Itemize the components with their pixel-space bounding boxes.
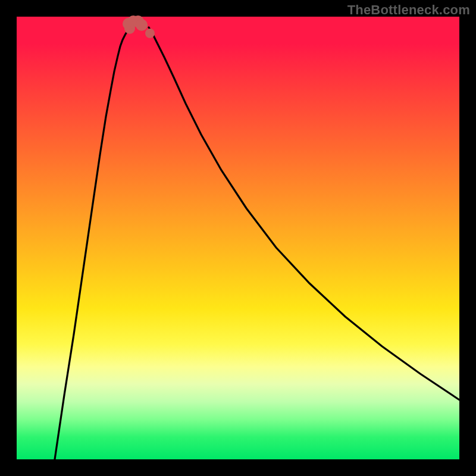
marker-dot	[145, 29, 155, 38]
plot-area	[17, 17, 459, 459]
curve-layer	[17, 17, 459, 459]
left-branch-curve	[55, 27, 130, 459]
watermark-text: TheBottleneck.com	[347, 2, 470, 18]
marker-dot	[136, 19, 148, 31]
bottom-markers	[123, 15, 155, 38]
chart-frame: TheBottleneck.com	[0, 0, 476, 476]
right-branch-curve	[149, 27, 459, 400]
